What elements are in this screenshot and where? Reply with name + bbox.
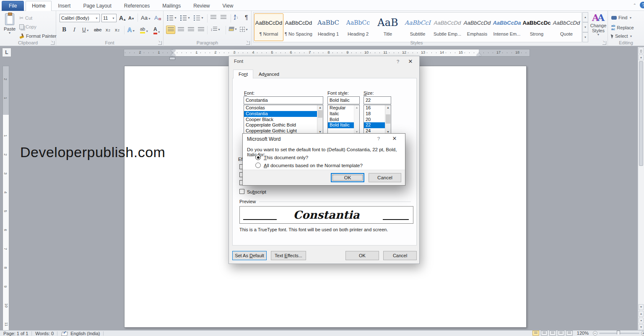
change-styles-button[interactable]: AA Change Styles ▼ xyxy=(589,12,607,42)
tab-advanced[interactable]: Advanced xyxy=(253,70,285,79)
confirm-cancel-button[interactable]: Cancel xyxy=(369,173,401,182)
font-style-list-item[interactable]: Italic xyxy=(328,111,354,117)
help-icon[interactable]: ? xyxy=(640,2,644,8)
ribbon-tab[interactable]: Review xyxy=(187,1,216,11)
zoom-slider-thumb[interactable] xyxy=(617,331,620,336)
zoom-in-button[interactable]: + xyxy=(641,331,644,336)
font-size-scrollbar[interactable]: ▲▼ xyxy=(385,105,391,134)
style-gallery-item[interactable]: AaBbCcDd Quote xyxy=(552,13,581,41)
subscript-button[interactable]: x2 xyxy=(106,27,110,32)
shading-button[interactable]: ▼ xyxy=(229,27,237,31)
ribbon-tab[interactable]: Home xyxy=(26,1,52,11)
scrollbar-thumb[interactable] xyxy=(639,61,643,166)
zoom-level[interactable]: 120% xyxy=(577,331,589,336)
underline-button[interactable]: U▼ xyxy=(82,27,89,33)
all-documents-radio[interactable] xyxy=(255,163,261,168)
bold-button[interactable]: B xyxy=(62,27,66,33)
minimize-ribbon-icon[interactable]: ⌃ xyxy=(633,3,636,8)
text-effects-button-dialog[interactable]: Text Effects... xyxy=(271,251,306,260)
font-size-list-item[interactable]: 18 xyxy=(364,111,385,117)
text-effects-button[interactable]: A▼ xyxy=(127,26,135,33)
shrink-font-button[interactable]: A▾ xyxy=(128,16,134,21)
style-gallery-item[interactable]: AaBbCcDd Emphasis xyxy=(462,13,492,41)
superscript-button[interactable]: x2 xyxy=(115,27,119,32)
font-dialog-titlebar[interactable]: Font ? ✕ xyxy=(229,56,419,67)
grow-font-button[interactable]: A▴ xyxy=(119,15,125,21)
paste-dropdown-arrow[interactable]: ▼ xyxy=(2,31,18,34)
vertical-scrollbar[interactable]: ▲ ▼ ▲ ● ▼ xyxy=(638,47,644,330)
scroll-down-button[interactable]: ▼ xyxy=(639,304,644,310)
font-size-input[interactable]: 22 xyxy=(364,96,391,104)
ruler-toggle-button[interactable] xyxy=(639,47,644,54)
fullscreen-reading-view-button[interactable] xyxy=(541,331,548,336)
style-gallery-item[interactable]: AaBbCcDd Subtle Emp... xyxy=(433,13,462,41)
show-formatting-button[interactable]: ¶ xyxy=(245,14,248,21)
vertical-ruler[interactable]: 21 1234567891011 xyxy=(3,66,9,330)
gallery-more-button[interactable]: ▼ xyxy=(582,32,588,42)
right-indent-marker[interactable] xyxy=(476,53,481,56)
clear-formatting-button[interactable]: A xyxy=(154,15,161,21)
strikethrough-button[interactable]: abe xyxy=(94,27,101,32)
gallery-scroll-down-button[interactable]: ▼ xyxy=(582,22,588,32)
page-count-status[interactable]: Page: 1 of 1 xyxy=(0,331,31,336)
find-button[interactable]: Find▼ xyxy=(611,15,632,20)
clipboard-dialog-launcher[interactable] xyxy=(51,41,55,45)
select-button[interactable]: Select▼ xyxy=(611,34,633,39)
style-gallery-item[interactable]: AaBbCcDa Intense Em... xyxy=(492,13,522,41)
copy-button[interactable]: Copy xyxy=(19,24,36,29)
change-case-button[interactable]: Aa▼ xyxy=(141,15,151,21)
font-style-list[interactable]: RegularItalicBoldBold Italic ▲▼ xyxy=(327,105,360,134)
style-gallery-item[interactable]: AaB Title xyxy=(373,13,402,41)
align-right-button[interactable] xyxy=(186,26,195,34)
this-document-only-radio[interactable] xyxy=(255,155,261,160)
dialog-close-icon[interactable]: ✕ xyxy=(403,56,418,67)
bullets-button[interactable]: ▼ xyxy=(167,15,177,21)
dialog-close-icon[interactable]: ✕ xyxy=(387,134,402,144)
subscript-checkbox[interactable] xyxy=(239,189,244,194)
tab-stop-selector[interactable]: L xyxy=(2,48,11,57)
ribbon-tab[interactable]: References xyxy=(118,1,156,11)
font-dialog-launcher[interactable] xyxy=(158,41,162,45)
multilevel-list-button[interactable]: ▼ xyxy=(194,15,204,21)
justify-button[interactable] xyxy=(196,26,205,34)
font-list-item[interactable]: Constantia xyxy=(244,111,317,117)
style-gallery-item[interactable]: AaBbCcDc Strong xyxy=(522,13,551,41)
paste-button[interactable]: Paste ▼ xyxy=(2,13,18,44)
styles-dialog-launcher[interactable] xyxy=(602,41,606,45)
font-style-scrollbar[interactable]: ▲▼ xyxy=(354,105,359,134)
cut-button[interactable]: ✂Cut xyxy=(19,15,32,21)
font-style-list-item[interactable]: Bold Italic xyxy=(328,122,354,128)
dialog-help-icon[interactable]: ? xyxy=(392,56,404,67)
italic-button[interactable]: I xyxy=(73,27,75,33)
font-style-input[interactable]: Bold Italic xyxy=(327,96,360,104)
font-size-list-item[interactable]: 20 xyxy=(364,117,385,123)
highlight-color-button[interactable]: ab▼ xyxy=(140,26,148,34)
outline-view-button[interactable] xyxy=(558,331,564,336)
ribbon-tab[interactable]: Insert xyxy=(52,1,77,11)
set-as-default-button[interactable]: Set As Default xyxy=(232,251,267,260)
font-list-item[interactable]: Cooper Black xyxy=(244,117,317,123)
next-page-button[interactable]: ▼ xyxy=(639,324,644,330)
first-line-indent-marker[interactable] xyxy=(171,50,176,53)
font-dialog-cancel-button[interactable]: Cancel xyxy=(383,251,417,260)
font-size-list-item[interactable]: 16 xyxy=(364,105,385,111)
format-painter-button[interactable]: Format Painter xyxy=(19,34,57,39)
previous-page-button[interactable]: ▲ xyxy=(639,311,644,317)
font-size-list-item[interactable]: 22 xyxy=(364,122,385,128)
print-layout-view-button[interactable] xyxy=(532,331,539,336)
borders-button[interactable]: ▼ xyxy=(240,27,248,32)
ribbon-tab[interactable]: Page Layout xyxy=(77,1,117,11)
numbering-button[interactable]: ▼ xyxy=(180,15,190,21)
left-indent-marker[interactable] xyxy=(169,57,175,60)
confirm-ok-button[interactable]: OK xyxy=(331,173,364,182)
zoom-slider[interactable] xyxy=(599,333,639,334)
draft-view-button[interactable] xyxy=(566,331,573,336)
dialog-help-icon[interactable]: ? xyxy=(372,134,385,144)
replace-button[interactable]: abacReplace xyxy=(611,24,634,31)
align-left-button[interactable] xyxy=(166,26,175,34)
ribbon-tab[interactable]: View xyxy=(216,1,240,11)
font-style-list-item[interactable]: Bold xyxy=(328,117,354,123)
decrease-indent-button[interactable] xyxy=(210,15,216,20)
font-size-combo[interactable]: 11▼ xyxy=(101,14,117,22)
font-style-list-item[interactable]: Regular xyxy=(328,105,354,111)
